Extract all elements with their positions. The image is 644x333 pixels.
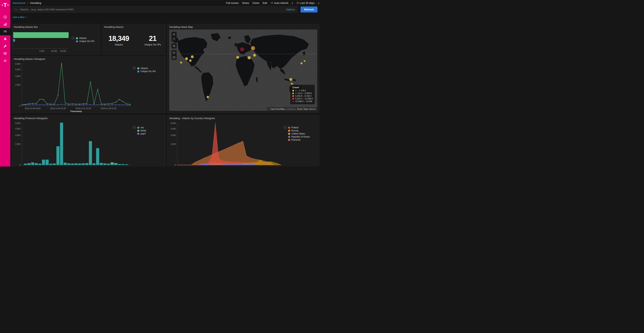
attacks-histogram-chart[interactable]: 02,0004,0006,0008,0002018-10-28 02:00201… — [12, 62, 133, 113]
attack-marker[interactable] — [185, 57, 188, 60]
metric-unique-src-ips: 21 Unique Src IPs — [144, 35, 161, 46]
compass-icon[interactable] — [0, 14, 10, 21]
svg-text:0: 0 — [19, 164, 20, 166]
search-input[interactable] — [20, 8, 284, 11]
panel-title: Heralding - Attacks by Country Histogram — [167, 116, 319, 120]
bug-icon[interactable] — [0, 35, 10, 43]
nav-full-screen[interactable]: Full screen — [226, 2, 239, 5]
legend-item[interactable]: Poland — [288, 126, 310, 129]
nav-clone[interactable]: Clone — [252, 2, 259, 5]
legend-item[interactable]: Romania — [288, 139, 310, 141]
bar-chart-icon[interactable] — [0, 21, 10, 28]
legend-item[interactable]: Unique Src IPs — [76, 40, 94, 43]
chart-legend: ›vnctelnetpop3 — [133, 121, 166, 167]
map-attribution: © OpenStreetMap contributors, Elastic Ma… — [268, 107, 317, 111]
crop-icon[interactable] — [172, 44, 176, 48]
rect-icon[interactable] — [172, 55, 176, 60]
legend-toggle-icon[interactable]: › — [72, 37, 74, 40]
telekom-logo[interactable]: T — [0, 0, 10, 10]
attack-marker[interactable] — [304, 60, 306, 62]
auto-refresh-button[interactable]: Auto-refresh — [271, 2, 288, 5]
protocols-histogram-chart[interactable]: 02,0004,0006,0008,0002018-10-28 02:00201… — [12, 121, 133, 167]
legend-toggle-icon[interactable]: › — [133, 67, 136, 70]
panel-title: Heralding Attacks — [102, 24, 166, 29]
attacks-bar-chart[interactable]: 5,00010,00015,000 — [12, 30, 72, 54]
legend-item[interactable]: telnet — [137, 129, 146, 132]
chart-legend: ›AttacksUnique Src IPs — [72, 30, 100, 54]
chart-legend: ›AttacksUnique Src IPs — [133, 62, 166, 113]
legend-item[interactable]: Republic of Korea — [288, 135, 310, 138]
legend-toggle-icon[interactable]: › — [133, 126, 136, 129]
svg-text:2018-11-18 01:00: 2018-11-18 01:00 — [100, 107, 116, 110]
gear-icon[interactable] — [0, 57, 10, 65]
minus-icon[interactable] — [172, 37, 176, 41]
wrench-icon[interactable] — [0, 43, 10, 50]
svg-text:0: 0 — [19, 105, 20, 107]
svg-text:4,000: 4,000 — [171, 134, 176, 136]
attack-marker[interactable] — [300, 62, 303, 65]
attack-map[interactable]: Count 3 – 2,729.42,729.4 – 5,455.85,455.… — [169, 30, 317, 111]
map-controls — [172, 32, 176, 60]
attack-marker[interactable] — [251, 46, 255, 50]
legend-item[interactable]: vnc — [137, 126, 146, 129]
attack-marker[interactable] — [206, 96, 209, 98]
panel-title: Heralding Attacks Bar — [12, 24, 100, 29]
attack-marker[interactable] — [253, 54, 256, 57]
panel-attacks-bar: Heralding Attacks Bar 5,00010,00015,000 … — [12, 24, 100, 55]
heartbeat-icon[interactable] — [0, 50, 10, 57]
plus-icon[interactable] — [172, 32, 176, 37]
attack-marker[interactable] — [236, 56, 239, 59]
svg-text:8,000: 8,000 — [15, 63, 20, 65]
ems-link[interactable]: Elastic Maps Service — [297, 108, 316, 110]
osm-link[interactable]: OpenStreetMap — [271, 108, 285, 110]
svg-text:2018-11-11 01:00: 2018-11-11 01:00 — [75, 166, 91, 167]
breadcrumb: Dashboard / Heralding — [13, 2, 41, 5]
attack-marker[interactable] — [289, 78, 292, 81]
breadcrumb-dashboard-link[interactable]: Dashboard — [13, 2, 25, 5]
attack-marker[interactable] — [189, 59, 192, 62]
legend-item[interactable]: Attacks — [76, 37, 94, 40]
legend-item[interactable]: Russia — [288, 129, 310, 132]
legend-item[interactable]: United States — [288, 132, 310, 135]
app-sidebar: T — [0, 0, 10, 167]
panel-title: Heralding Attacks Histogram — [12, 56, 166, 61]
time-back-chevron-icon[interactable]: ‹ — [292, 1, 293, 5]
svg-text:6,000: 6,000 — [171, 128, 176, 130]
options-link[interactable]: Options — [286, 8, 295, 11]
panel-title: Heralding Attack Map — [167, 24, 319, 29]
attack-marker[interactable] — [191, 55, 194, 58]
polygon-icon[interactable] — [172, 51, 176, 55]
add-filter-link[interactable]: Add a filter + — [13, 16, 27, 19]
logo-dot — [8, 5, 8, 6]
legend-item[interactable]: pop3 — [137, 132, 146, 135]
logo-letter: T — [4, 2, 7, 8]
nav-edit[interactable]: Edit — [263, 2, 267, 5]
breadcrumb-current: Heralding — [30, 2, 41, 5]
country-histogram-chart[interactable]: 02,0004,0006,0008,0002018-10-28 02:00201… — [167, 121, 284, 167]
time-forward-chevron-icon[interactable]: › — [318, 1, 319, 5]
panel-protocols-histogram: Heralding Protocols Histogram 02,0004,00… — [12, 115, 166, 167]
legend-item[interactable]: Attacks — [137, 67, 156, 70]
attack-marker[interactable] — [180, 61, 182, 64]
panel-title: Heralding Protocols Histogram — [12, 116, 166, 120]
svg-text:8,000: 8,000 — [15, 122, 20, 124]
attack-marker[interactable] — [240, 47, 244, 51]
svg-text:2018-11-04 01:00: 2018-11-04 01:00 — [50, 107, 66, 110]
map-legend-row: 3 – 2,729.4 — [292, 89, 313, 92]
svg-text:2018-10-28 02:00: 2018-10-28 02:00 — [25, 166, 41, 167]
attribution-text: contributors, — [285, 108, 297, 110]
nav-share[interactable]: Share — [242, 2, 249, 5]
chart-legend: ›PolandRussiaUnited StatesRepublic of Ko… — [284, 121, 319, 167]
map-legend-rows: 3 – 2,729.42,729.4 – 5,455.85,455.8 – 8,… — [292, 89, 313, 102]
gauge-icon[interactable] — [0, 28, 10, 35]
svg-text:4,000: 4,000 — [15, 75, 20, 77]
map-legend-title: Count — [292, 86, 313, 89]
svg-text:2018-11-04 01:00: 2018-11-04 01:00 — [204, 166, 220, 167]
legend-item[interactable]: Unique Src IPs — [137, 70, 156, 73]
refresh-arrow-icon — [271, 2, 273, 4]
time-range-picker[interactable]: Last 30 days — [296, 2, 315, 5]
attack-marker[interactable] — [248, 56, 251, 60]
refresh-button[interactable]: Refresh — [300, 7, 318, 13]
legend-toggle-icon[interactable]: › — [284, 126, 287, 129]
query-prompt-icon: >_ — [15, 8, 18, 11]
